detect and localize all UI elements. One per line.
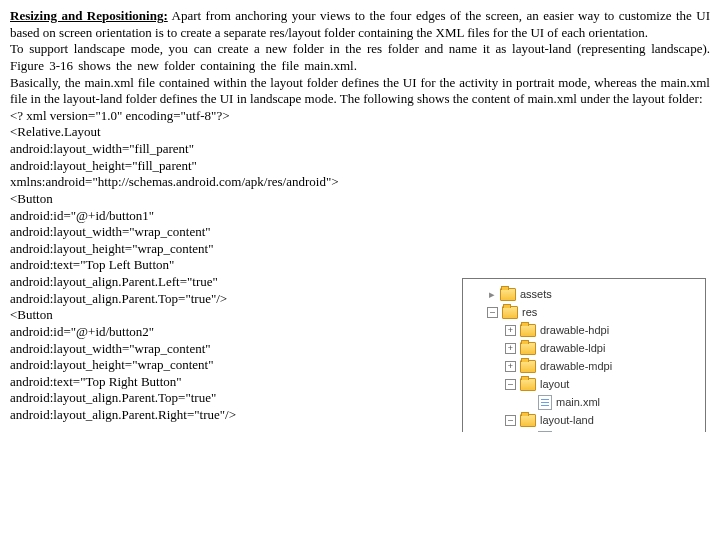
expand-icon: + <box>505 325 516 336</box>
folder-icon <box>520 378 536 391</box>
folder-icon <box>520 342 536 355</box>
tree-label: drawable-mdpi <box>540 359 612 373</box>
tree-folder-layout: – layout <box>505 375 699 393</box>
code-line: <? xml version="1.0" encoding="utf-8"?> <box>10 108 710 125</box>
tree-folder-layout-land: – layout-land <box>505 411 699 429</box>
tree-folder-res: – res <box>487 303 699 321</box>
paragraph-2: To support landscape mode, you can creat… <box>10 41 710 74</box>
expand-icon: – <box>487 307 498 318</box>
code-line: android:layout_width="wrap_content" <box>10 224 710 241</box>
folder-icon <box>502 306 518 319</box>
folder-icon <box>520 360 536 373</box>
project-tree: ▸ assets – res + drawable-hdpi + drawabl… <box>462 278 706 432</box>
tree-label: res <box>522 305 537 319</box>
tree-folder-drawable-ldpi: + drawable-ldpi <box>505 339 699 357</box>
tree-label: drawable-ldpi <box>540 341 605 355</box>
tree-label: main.xml <box>556 431 600 432</box>
tree-label: layout <box>540 377 569 391</box>
code-line: android:layout_height="wrap_content" <box>10 241 710 258</box>
xml-file-icon <box>538 395 552 410</box>
code-line: android:text="Top Left Button" <box>10 257 710 274</box>
figure-3-16: ▸ assets – res + drawable-hdpi + drawabl… <box>462 278 706 432</box>
expand-icon: + <box>505 361 516 372</box>
paragraph-1: Resizing and Repositioning: Apart from a… <box>10 8 710 41</box>
folder-icon <box>520 324 536 337</box>
tree-file-main-xml-land: main.xml <box>523 429 699 432</box>
tree-label: assets <box>520 287 552 301</box>
tree-label: drawable-hdpi <box>540 323 609 337</box>
code-line: <Relative.Layout <box>10 124 710 141</box>
code-line: android:id="@+id/button1" <box>10 208 710 225</box>
code-line: android:layout_height="fill_parent" <box>10 158 710 175</box>
code-line: android:layout_width="fill_parent" <box>10 141 710 158</box>
tree-folder-drawable-hdpi: + drawable-hdpi <box>505 321 699 339</box>
code-line: <Button <box>10 191 710 208</box>
expand-icon: – <box>505 415 516 426</box>
expand-icon: + <box>505 343 516 354</box>
tree-label: main.xml <box>556 395 600 409</box>
tree-folder-assets: ▸ assets <box>487 285 699 303</box>
folder-icon <box>520 414 536 427</box>
document-body: Resizing and Repositioning: Apart from a… <box>10 8 710 424</box>
paragraph-3: Basically, the main.xml file contained w… <box>10 75 710 108</box>
bullet-icon: ▸ <box>487 287 496 301</box>
code-line: xmlns:android="http://schemas.android.co… <box>10 174 710 191</box>
section-heading: Resizing and Repositioning: <box>10 8 168 23</box>
expand-icon: – <box>505 379 516 390</box>
tree-label: layout-land <box>540 413 594 427</box>
folder-icon <box>500 288 516 301</box>
xml-file-icon <box>538 431 552 432</box>
tree-file-main-xml: main.xml <box>523 393 699 411</box>
tree-folder-drawable-mdpi: + drawable-mdpi <box>505 357 699 375</box>
